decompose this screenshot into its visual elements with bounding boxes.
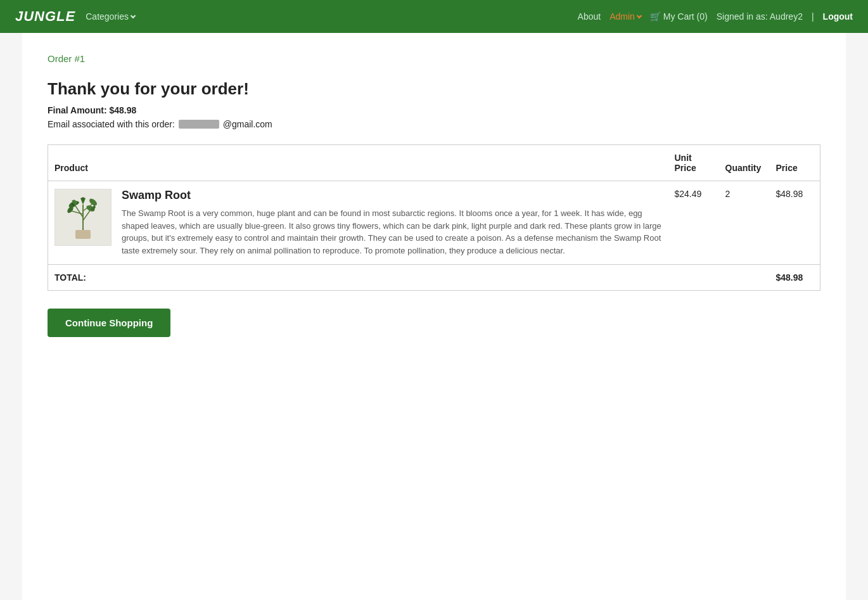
col-quantity: Quantity: [719, 145, 770, 181]
categories-dropdown[interactable]: Categories: [86, 11, 135, 22]
site-logo[interactable]: JUNGLE: [15, 8, 75, 25]
product-description: The Swamp Root is a very common, huge pl…: [122, 207, 662, 257]
thank-you-heading: Thank you for your order!: [48, 79, 820, 99]
order-table: Product Unit Price Quantity Price: [48, 144, 820, 291]
product-unit-price: $24.49: [668, 181, 719, 265]
total-value: $48.98: [770, 265, 820, 291]
product-quantity: 2: [719, 181, 770, 265]
table-row: Swamp Root The Swamp Root is a very comm…: [48, 181, 820, 265]
chevron-down-icon: [131, 13, 136, 18]
continue-shopping-section: Continue Shopping: [48, 309, 820, 337]
logout-link[interactable]: Logout: [823, 11, 853, 22]
product-cell: Swamp Root The Swamp Root is a very comm…: [48, 181, 668, 265]
signed-in-label: Signed in as: Audrey2: [717, 11, 803, 22]
order-number: Order #1: [48, 33, 820, 64]
plant-svg: [58, 192, 108, 243]
chevron-down-icon: [637, 13, 642, 18]
product-image: [54, 189, 112, 246]
nav-about-link[interactable]: About: [578, 11, 601, 22]
product-price: $48.98: [770, 181, 820, 265]
nav-divider: |: [812, 11, 814, 22]
nav-cart-link[interactable]: 🛒 My Cart (0): [650, 11, 708, 22]
total-row: TOTAL: $48.98: [48, 265, 820, 291]
continue-shopping-button[interactable]: Continue Shopping: [48, 309, 170, 337]
page-content: Order #1 Thank you for your order! Final…: [22, 33, 846, 600]
email-redacted: [179, 120, 219, 129]
col-product: Product: [48, 145, 668, 181]
email-line: Email associated with this order: @gmail…: [48, 119, 820, 129]
product-info: Swamp Root The Swamp Root is a very comm…: [122, 189, 662, 257]
nav-admin-link[interactable]: Admin: [610, 11, 641, 22]
col-price: Price: [770, 145, 820, 181]
total-label: TOTAL:: [48, 265, 770, 291]
svg-rect-1: [75, 230, 91, 239]
col-unit-price: Unit Price: [668, 145, 719, 181]
navbar: JUNGLE Categories About Admin 🛒 My Cart …: [0, 0, 868, 33]
final-amount-line: Final Amount: $48.98: [48, 105, 820, 115]
product-name: Swamp Root: [122, 189, 662, 202]
